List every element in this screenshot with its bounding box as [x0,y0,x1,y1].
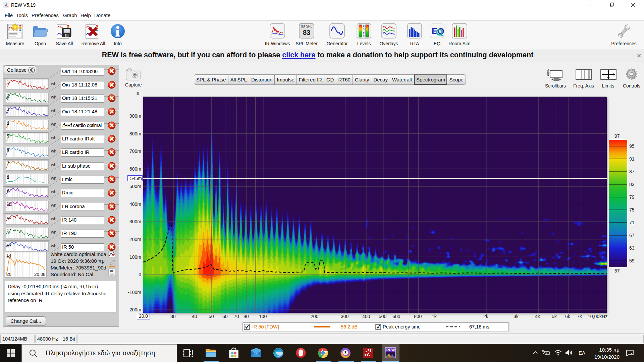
svg-text:83: 83 [303,29,310,36]
svg-text:9: 9 [363,35,364,38]
svg-text:V5.1: V5.1 [392,350,395,352]
svg-text:0: 0 [363,24,364,27]
svg-text:dB SPL: dB SPL [301,24,312,28]
svg-text:6: 6 [363,31,364,34]
svg-text:3: 3 [363,28,364,31]
